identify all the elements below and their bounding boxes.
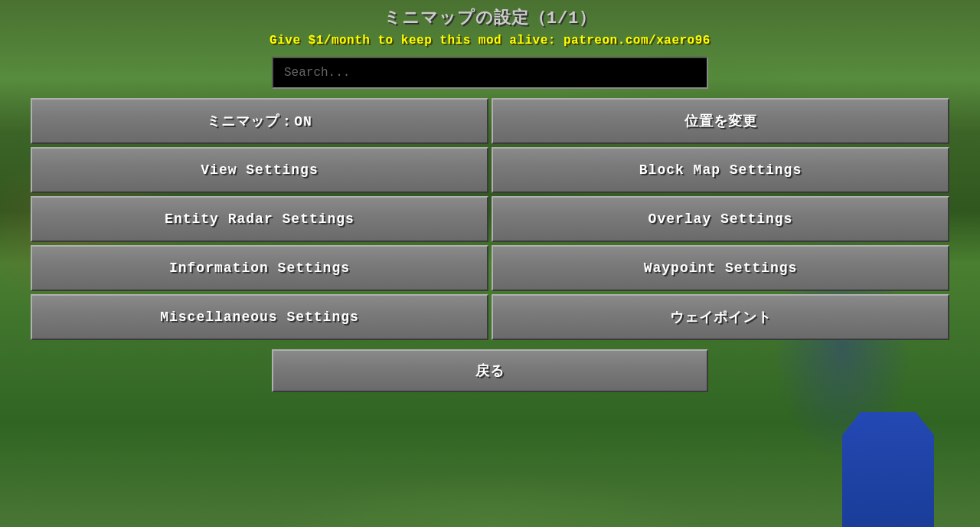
patreon-message: Give $1/month to keep this mod alive: pa… — [270, 34, 710, 47]
page-title: ミニマップの設定（1/1） — [384, 6, 597, 29]
overlay-settings-button[interactable]: Overlay Settings — [492, 196, 949, 242]
search-input[interactable] — [272, 57, 708, 89]
back-button[interactable]: 戻る — [272, 349, 708, 392]
change-position-button[interactable]: 位置を変更 — [492, 98, 949, 144]
back-button-container: 戻る — [272, 349, 708, 392]
entity-radar-settings-button[interactable]: Entity Radar Settings — [31, 196, 488, 242]
block-map-settings-button[interactable]: Block Map Settings — [492, 147, 949, 193]
view-settings-button[interactable]: View Settings — [31, 147, 488, 193]
buttons-grid: ミニマップ：ON位置を変更View SettingsBlock Map Sett… — [31, 98, 949, 340]
waypoint-settings-button[interactable]: Waypoint Settings — [492, 245, 949, 291]
waypoints-button[interactable]: ウェイポイント — [492, 294, 949, 340]
main-container: ミニマップの設定（1/1） Give $1/month to keep this… — [0, 0, 980, 527]
search-container — [272, 57, 708, 89]
miscellaneous-settings-button[interactable]: Miscellaneous Settings — [31, 294, 488, 340]
minimap-toggle-button[interactable]: ミニマップ：ON — [31, 98, 488, 144]
information-settings-button[interactable]: Information Settings — [31, 245, 488, 291]
